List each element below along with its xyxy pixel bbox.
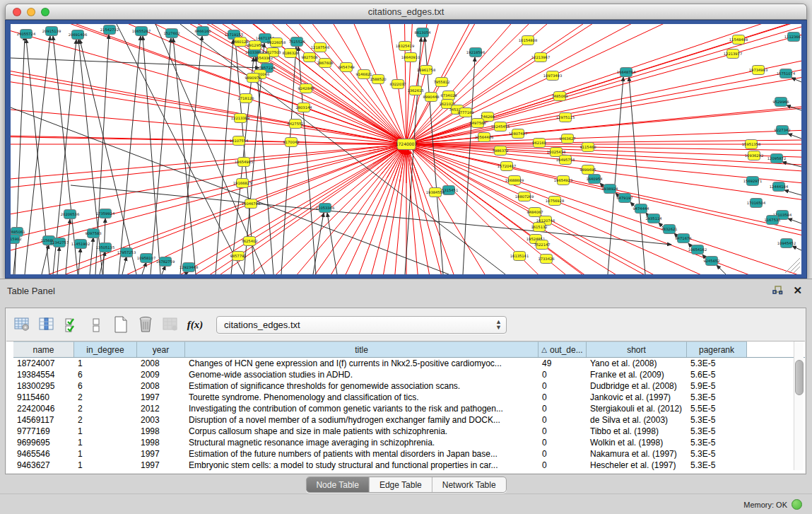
- column-header-pagerank[interactable]: pagerank: [687, 341, 747, 357]
- table-row[interactable]: 946554611997Estimation of the future num…: [13, 448, 805, 460]
- cell-year[interactable]: 2008: [137, 358, 185, 368]
- graph-node[interactable]: 12975115: [556, 113, 575, 122]
- cell-short[interactable]: Wolkin et al. (1998): [587, 438, 687, 448]
- graph-node[interactable]: 8912954: [247, 41, 264, 50]
- graph-node[interactable]: 19218596: [466, 48, 485, 57]
- clear-selection-button[interactable]: [87, 315, 105, 334]
- cell-in-degree[interactable]: 1: [74, 449, 137, 459]
- graph-node[interactable]: 9245652: [703, 257, 719, 266]
- graph-node[interactable]: 10807487: [509, 129, 527, 139]
- cell-short[interactable]: Tibbo et al. (1998): [587, 426, 687, 436]
- float-panel-icon[interactable]: [772, 285, 783, 296]
- cell-out-de-[interactable]: 49: [539, 358, 587, 368]
- cell-name[interactable]: 9777169: [13, 426, 74, 436]
- graph-node[interactable]: 9890976: [245, 74, 261, 83]
- graph-node[interactable]: 15951358: [742, 140, 760, 149]
- graph-node[interactable]: 9115460: [579, 143, 596, 152]
- graph-node[interactable]: 12213967: [531, 53, 550, 62]
- graph-node[interactable]: 10688609: [505, 176, 524, 185]
- graph-node[interactable]: 10655287: [132, 27, 151, 36]
- cell-year[interactable]: 2008: [137, 381, 185, 391]
- graph-node[interactable]: 16046798: [242, 199, 260, 209]
- graph-node[interactable]: 1615132: [531, 223, 547, 232]
- table-row[interactable]: 1830029562008Estimation of significance …: [13, 380, 805, 392]
- cell-pagerank[interactable]: 5.3E-5: [687, 426, 747, 436]
- tab-network-table[interactable]: Network Table: [433, 477, 506, 492]
- column-header-in-degree[interactable]: in_degree: [74, 341, 137, 357]
- graph-node[interactable]: 12095872: [767, 154, 786, 163]
- graph-node[interactable]: 1640954: [586, 175, 603, 184]
- graph-node[interactable]: 6479197: [616, 194, 632, 203]
- cell-in-degree[interactable]: 1: [74, 426, 137, 436]
- cell-in-degree[interactable]: 1: [74, 438, 137, 448]
- cell-in-degree[interactable]: 2: [74, 392, 137, 402]
- cell-short[interactable]: Yano et al. (2008): [587, 358, 687, 368]
- graph-node[interactable]: 1527602: [163, 29, 180, 38]
- cell-year[interactable]: 2003: [137, 415, 185, 425]
- graph-node[interactable]: 15751074: [777, 69, 796, 78]
- cell-out-de-[interactable]: 0: [539, 426, 587, 436]
- graph-node[interactable]: 2867608: [317, 59, 333, 68]
- graph-hub-node[interactable]: 17240007: [396, 139, 418, 150]
- cell-pagerank[interactable]: 5.5E-5: [687, 404, 747, 414]
- graph-node[interactable]: 9529966: [772, 98, 789, 107]
- graph-node[interactable]: 8454749: [338, 63, 354, 72]
- graph-node[interactable]: 7522147: [534, 240, 550, 250]
- cell-in-degree[interactable]: 6: [74, 370, 137, 380]
- graph-node[interactable]: 10756928: [546, 197, 564, 206]
- graph-node[interactable]: 7955812: [433, 78, 449, 87]
- cell-pagerank[interactable]: 5.3E-5: [687, 460, 747, 470]
- cell-pagerank[interactable]: 5.9E-5: [687, 381, 747, 391]
- graph-node[interactable]: 11548498: [729, 35, 748, 45]
- column-header-out-de-[interactable]: △out_de...: [539, 341, 587, 357]
- graph-node[interactable]: 8938924: [601, 185, 618, 194]
- cell-year[interactable]: 2012: [137, 404, 185, 414]
- graph-node[interactable]: 7986372: [492, 146, 508, 156]
- cell-out-de-[interactable]: 0: [539, 370, 587, 380]
- table-row[interactable]: 2242004622012Investigating the contribut…: [13, 403, 805, 414]
- table-row[interactable]: 911546021997Tourette syndrome. Phenomeno…: [13, 392, 805, 403]
- table-vertical-scrollbar[interactable]: [794, 341, 804, 470]
- cell-title[interactable]: Corpus callosum shape and size in male p…: [185, 426, 539, 436]
- graph-node[interactable]: 8466160: [194, 27, 211, 36]
- graph-node[interactable]: 19734993: [749, 66, 767, 75]
- cell-short[interactable]: de Silva et al. (2003): [587, 415, 687, 425]
- graph-node[interactable]: 9899695: [579, 165, 596, 175]
- cell-year[interactable]: 1997: [137, 449, 185, 459]
- graph-node[interactable]: 962160: [532, 139, 546, 148]
- graph-node[interactable]: 12213977: [724, 49, 742, 59]
- delete-column-button[interactable]: [136, 315, 155, 334]
- table-row[interactable]: 946362711997Embryonic stem cells: a mode…: [13, 460, 805, 471]
- graph-node[interactable]: 15720407: [498, 162, 516, 171]
- cell-pagerank[interactable]: 5.3E-5: [687, 438, 747, 448]
- graph-node[interactable]: 17016504: [747, 199, 766, 208]
- cell-year[interactable]: 1998: [137, 426, 185, 436]
- table-chooser-select[interactable]: citations_edges.txt ▲▼: [216, 316, 507, 334]
- show-columns-button[interactable]: [37, 315, 56, 334]
- cell-title[interactable]: Tourette syndrome. Phenomenology and cla…: [185, 392, 539, 402]
- citation-graph[interactable]: 2405572420915139206914062154273210655287…: [11, 24, 801, 274]
- window-titlebar[interactable]: citations_edges.txt: [5, 4, 807, 20]
- cell-year[interactable]: 1998: [137, 438, 185, 448]
- cell-out-de-[interactable]: 0: [539, 449, 587, 459]
- cell-pagerank[interactable]: 5.3E-5: [687, 392, 747, 402]
- graph-node[interactable]: 9242848: [298, 84, 314, 93]
- graph-node[interactable]: 12187546: [311, 43, 329, 52]
- cell-name[interactable]: 19384554: [13, 370, 74, 380]
- graph-node[interactable]: 9827508: [301, 53, 317, 62]
- cell-in-degree[interactable]: 1: [74, 358, 137, 368]
- column-header-year[interactable]: year: [137, 341, 185, 357]
- delete-table-button[interactable]: [161, 315, 180, 334]
- graph-node[interactable]: 17957253: [117, 248, 136, 257]
- cell-title[interactable]: Genome-wide association studies in ADHD.: [185, 370, 539, 380]
- table-mode-button[interactable]: [13, 315, 31, 334]
- cell-name[interactable]: 9115460: [13, 392, 74, 402]
- graph-node[interactable]: 1733426: [538, 255, 554, 264]
- tab-node-table[interactable]: Node Table: [306, 477, 370, 492]
- table-row[interactable]: 969969511998Structural magnetic resonanc…: [13, 437, 805, 448]
- function-builder-button[interactable]: f(x): [186, 315, 204, 334]
- graph-node[interactable]: 9170042: [283, 138, 299, 147]
- graph-node[interactable]: 8322037: [389, 80, 406, 89]
- graph-node[interactable]: 13505135: [96, 243, 114, 252]
- graph-node[interactable]: 9777169: [457, 108, 473, 117]
